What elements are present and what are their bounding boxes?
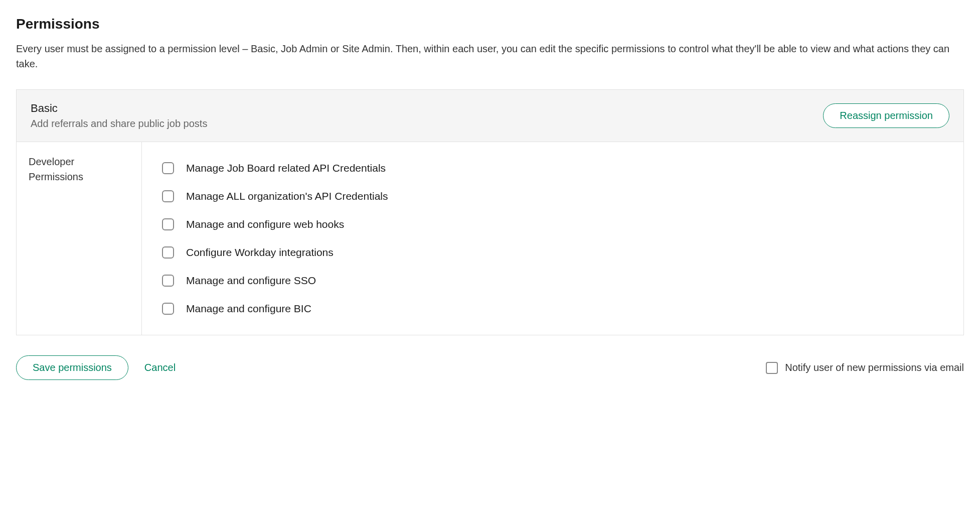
permission-row: Manage Job Board related API Credentials [162,154,943,182]
permission-checkbox-manage-sso[interactable] [162,275,174,287]
permission-checkbox-manage-bic[interactable] [162,303,174,315]
permission-row: Manage ALL organization's API Credential… [162,182,943,210]
panel-header-left: Basic Add referrals and share public job… [31,102,207,130]
save-permissions-button[interactable]: Save permissions [16,355,128,380]
permission-row: Manage and configure web hooks [162,210,943,238]
permission-checkbox-manage-webhooks[interactable] [162,218,174,230]
sidebar-item-developer-permissions[interactable]: Developer Permissions [29,154,129,184]
permission-checkbox-configure-workday[interactable] [162,246,174,259]
footer: Save permissions Cancel Notify user of n… [16,355,964,380]
permissions-content: Manage Job Board related API Credentials… [142,142,963,335]
permissions-panel: Basic Add referrals and share public job… [16,89,964,335]
page-title: Permissions [16,16,964,32]
permission-row: Manage and configure SSO [162,267,943,295]
notify-user-label: Notify user of new permissions via email [785,362,964,373]
page-description: Every user must be assigned to a permiss… [16,41,964,71]
notify-user-checkbox[interactable] [766,362,778,374]
footer-left: Save permissions Cancel [16,355,176,380]
permission-label: Manage and configure web hooks [186,218,344,230]
permission-label: Manage Job Board related API Credentials [186,162,386,174]
permission-label: Manage and configure SSO [186,275,316,287]
panel-body: Developer Permissions Manage Job Board r… [17,142,963,335]
permissions-sidebar: Developer Permissions [17,142,142,335]
permission-row: Configure Workday integrations [162,238,943,267]
permission-label: Manage and configure BIC [186,303,311,315]
permission-checkbox-manage-job-board-api[interactable] [162,162,174,174]
permission-label: Configure Workday integrations [186,246,334,259]
permissions-container: Permissions Every user must be assigned … [16,16,964,380]
footer-right: Notify user of new permissions via email [766,362,964,374]
panel-header: Basic Add referrals and share public job… [17,90,963,142]
permission-row: Manage and configure BIC [162,295,943,323]
reassign-permission-button[interactable]: Reassign permission [823,103,949,128]
cancel-button[interactable]: Cancel [144,362,176,373]
permission-level-title: Basic [31,102,207,115]
permission-label: Manage ALL organization's API Credential… [186,190,388,202]
permission-checkbox-manage-all-org-api[interactable] [162,190,174,202]
permission-level-subtitle: Add referrals and share public job posts [31,118,207,130]
